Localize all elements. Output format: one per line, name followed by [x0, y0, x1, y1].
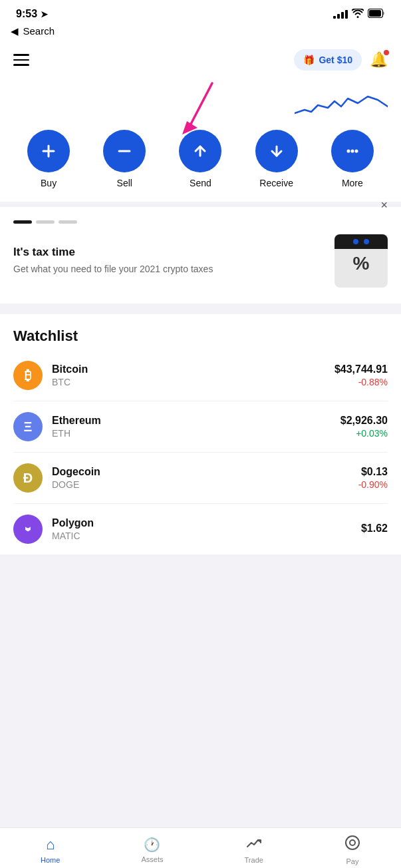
gift-icon: 🎁	[303, 55, 315, 65]
nav-home[interactable]: ⌂ Home	[41, 836, 60, 864]
eth-price-info: $2,926.30 +0.03%	[340, 415, 388, 439]
bottom-safe-area	[0, 554, 401, 608]
home-nav-label: Home	[41, 856, 60, 864]
bottom-nav: ⌂ Home 🕐 Assets Trade Pay	[0, 827, 401, 868]
sell-button[interactable]	[103, 130, 146, 172]
nav-back[interactable]: ◀ Search	[0, 24, 401, 43]
banner-title: It's tax time	[13, 246, 334, 259]
header: 🎁 Get $10 🔔	[0, 43, 401, 80]
buy-label: Buy	[41, 178, 57, 188]
receive-action[interactable]: Receive	[255, 130, 298, 188]
menu-button[interactable]	[13, 54, 29, 66]
crypto-item-doge[interactable]: Ð Dogecoin DOGE $0.13 -0.90%	[13, 453, 388, 504]
buy-action[interactable]: Buy	[27, 130, 70, 188]
signal-bars-icon	[333, 10, 348, 19]
send-button[interactable]	[179, 130, 221, 172]
price-chart	[295, 87, 388, 123]
pay-icon	[344, 835, 360, 855]
matic-price-info: $1.62	[361, 523, 388, 536]
svg-point-13	[27, 528, 29, 531]
matic-info: Polygon MATIC	[52, 517, 361, 541]
btc-info: Bitcoin BTC	[52, 363, 334, 387]
nav-assets[interactable]: 🕐 Assets	[141, 837, 163, 863]
plus-icon	[40, 142, 57, 160]
home-icon: ⌂	[46, 836, 55, 853]
btc-price-info: $43,744.91 -0.88%	[334, 363, 388, 387]
tax-percent-symbol: %	[353, 253, 370, 274]
action-buttons: Buy Sell Send Receive	[0, 123, 401, 202]
nav-pay[interactable]: Pay	[344, 835, 360, 865]
svg-point-10	[350, 150, 354, 153]
receive-down-icon	[268, 142, 285, 160]
eth-change: +0.03%	[340, 428, 388, 439]
battery-icon	[368, 9, 385, 20]
banner-close-button[interactable]: ×	[380, 199, 388, 211]
svg-point-9	[346, 150, 350, 153]
doge-price-info: $0.13 -0.90%	[358, 466, 388, 490]
more-dots-icon	[344, 142, 361, 160]
eth-info: Ethereum ETH	[52, 415, 340, 439]
matic-price: $1.62	[361, 523, 388, 535]
btc-price: $43,744.91	[334, 363, 388, 375]
matic-name: Polygon	[52, 517, 361, 529]
status-bar: 9:53 ➤	[0, 0, 401, 24]
doge-change: -0.90%	[358, 479, 388, 490]
doge-price: $0.13	[358, 466, 388, 478]
wifi-icon	[352, 9, 364, 20]
back-arrow-icon: ◀	[11, 25, 19, 37]
section-divider-2	[0, 304, 401, 309]
search-back-label: Search	[23, 25, 55, 37]
bonus-label: Get $10	[319, 55, 352, 65]
matic-icon	[13, 515, 43, 544]
banner-text: It's tax time Get what you need to file …	[13, 246, 334, 276]
notification-badge	[382, 49, 390, 57]
notification-button[interactable]: 🔔	[370, 51, 388, 69]
pay-nav-label: Pay	[346, 857, 358, 865]
crypto-item-matic[interactable]: Polygon MATIC $1.62	[13, 504, 388, 554]
eth-symbol: ETH	[52, 428, 340, 439]
status-time: 9:53	[16, 8, 37, 20]
sell-label: Sell	[117, 178, 132, 188]
doge-symbol: DOGE	[52, 479, 358, 490]
location-icon: ➤	[41, 9, 48, 19]
send-up-icon	[192, 142, 209, 160]
svg-point-11	[354, 150, 358, 153]
btc-symbol: BTC	[52, 377, 334, 387]
svg-point-15	[350, 840, 355, 845]
btc-change: -0.88%	[334, 377, 388, 387]
get-bonus-button[interactable]: 🎁 Get $10	[294, 49, 362, 71]
banner-card: × It's tax time Get what you need to fil…	[0, 207, 401, 304]
buy-button[interactable]	[27, 130, 70, 172]
trade-icon	[246, 837, 262, 853]
minus-icon	[116, 142, 133, 160]
send-action[interactable]: Send	[179, 130, 221, 188]
doge-name: Dogecoin	[52, 466, 358, 478]
banner-dot-1	[13, 220, 32, 224]
eth-name: Ethereum	[52, 415, 340, 427]
banner-dots	[13, 220, 77, 224]
trade-nav-label: Trade	[245, 856, 263, 864]
crypto-item-eth[interactable]: Ξ Ethereum ETH $2,926.30 +0.03%	[13, 401, 388, 453]
more-action[interactable]: More	[331, 130, 374, 188]
nav-trade[interactable]: Trade	[245, 837, 263, 864]
doge-icon: Ð	[13, 463, 43, 493]
status-icons	[333, 9, 385, 20]
tax-dot-2	[364, 239, 369, 244]
matic-symbol: MATIC	[52, 531, 361, 541]
section-divider-1	[0, 202, 401, 207]
more-button[interactable]	[331, 130, 374, 172]
receive-label: Receive	[259, 178, 293, 188]
doge-info: Dogecoin DOGE	[52, 466, 358, 490]
assets-icon: 🕐	[144, 837, 160, 853]
btc-icon: ₿	[13, 361, 43, 390]
sell-action[interactable]: Sell	[103, 130, 146, 188]
receive-button[interactable]	[255, 130, 298, 172]
watchlist-title: Watchlist	[13, 327, 388, 345]
banner-dot-2	[36, 220, 55, 224]
menu-line-2	[13, 59, 29, 61]
crypto-item-btc[interactable]: ₿ Bitcoin BTC $43,744.91 -0.88%	[13, 350, 388, 401]
chart-area	[0, 80, 401, 123]
menu-line-1	[13, 54, 29, 56]
header-right: 🎁 Get $10 🔔	[294, 49, 388, 71]
menu-line-3	[13, 64, 29, 66]
